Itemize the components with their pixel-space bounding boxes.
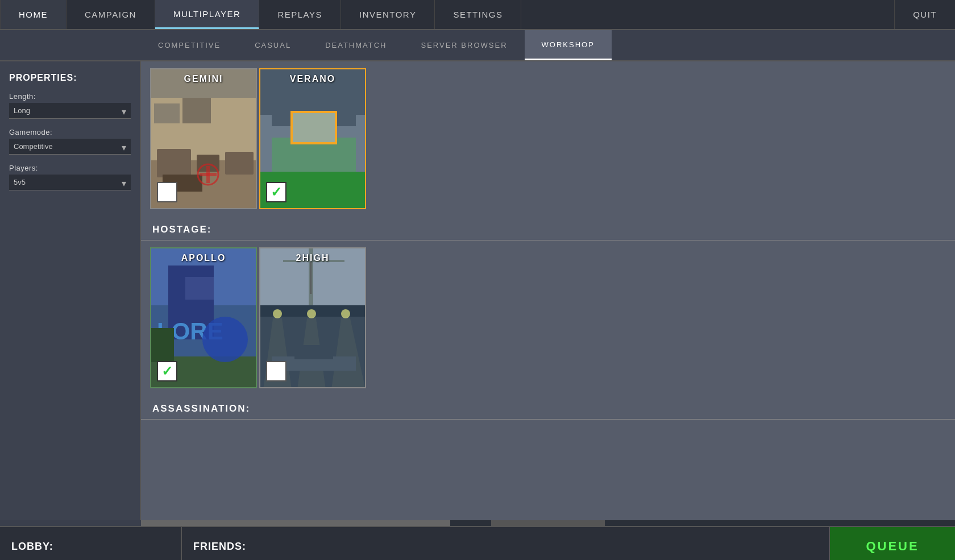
gamemode-select[interactable]: Competitive Casual Deathmatch	[9, 139, 131, 155]
subnav-casual[interactable]: CASUAL	[238, 30, 308, 60]
map-gemini-label: GEMINI	[151, 74, 256, 84]
svg-rect-4	[225, 152, 254, 175]
hostage-maps-grid: LORE APOLLO ✓	[141, 240, 955, 395]
assassination-section-header: ASSASSINATION:	[141, 395, 955, 420]
svg-rect-16	[292, 112, 336, 143]
map-apollo-label: APOLLO	[151, 253, 256, 263]
map-card-gemini[interactable]: GEMINI	[150, 68, 257, 209]
gamemode-select-wrapper: Competitive Casual Deathmatch	[9, 139, 131, 155]
map-card-apollo[interactable]: LORE APOLLO ✓	[150, 247, 257, 388]
map-apollo-checkbox[interactable]: ✓	[157, 361, 177, 381]
bottom-bar: LOBBY: FRIENDS: QUEUE	[0, 526, 955, 560]
players-select[interactable]: 5v5 3v3 2v2 1v1	[9, 175, 131, 190]
svg-point-36	[307, 309, 316, 318]
svg-rect-18	[260, 115, 272, 172]
nav-multiplayer[interactable]: MULTIPLAYER	[155, 0, 259, 29]
friends-section: FRIENDS:	[182, 527, 830, 560]
h-scrollbar-thumb[interactable]	[141, 520, 450, 526]
main-area: PROPERTIES: Length: Long Medium Short Ga…	[0, 61, 955, 520]
svg-rect-10	[154, 103, 180, 123]
svg-rect-42	[294, 345, 333, 359]
length-label: Length:	[9, 92, 131, 101]
nav-quit[interactable]: QUIT	[894, 0, 955, 29]
verano-checkmark: ✓	[271, 185, 282, 199]
apollo-checkmark: ✓	[161, 364, 173, 378]
scrollbar-spacer	[0, 520, 141, 526]
map-verano-checkbox[interactable]: ✓	[266, 182, 286, 202]
nav-home[interactable]: HOME	[0, 0, 67, 29]
svg-rect-23	[185, 277, 214, 300]
horizontal-scrollbar-area	[0, 520, 955, 526]
svg-point-26	[202, 317, 248, 362]
sub-navigation: COMPETITIVE CASUAL DEATHMATCH SERVER BRO…	[0, 30, 955, 61]
map-2high-checkbox[interactable]	[266, 361, 286, 381]
svg-rect-19	[356, 115, 366, 172]
nav-replays[interactable]: REPLAYS	[259, 0, 341, 29]
svg-point-35	[273, 309, 282, 318]
lobby-section: LOBBY:	[0, 527, 182, 560]
subnav-deathmatch[interactable]: DEATHMATCH	[308, 30, 404, 60]
top-navigation: HOME CAMPAIGN MULTIPLAYER REPLAYS INVENT…	[0, 0, 955, 30]
subnav-competitive[interactable]: COMPETITIVE	[141, 30, 238, 60]
nav-settings[interactable]: SETTINGS	[435, 0, 521, 29]
length-select[interactable]: Long Medium Short	[9, 103, 131, 119]
map-content-area: GEMINI	[141, 61, 955, 520]
svg-rect-27	[151, 328, 174, 362]
lobby-label: LOBBY:	[11, 541, 53, 553]
map-card-verano[interactable]: VERANO ✓	[259, 68, 366, 209]
hostage-section-header: HOSTAGE:	[141, 216, 955, 240]
length-select-wrapper: Long Medium Short	[9, 103, 131, 119]
svg-rect-2	[157, 149, 191, 177]
nav-campaign[interactable]: CAMPAIGN	[67, 0, 155, 29]
nav-inventory[interactable]: INVENTORY	[341, 0, 435, 29]
svg-rect-8	[206, 166, 210, 183]
gamemode-label: Gamemode:	[9, 128, 131, 136]
h-scrollbar-thumb2[interactable]	[491, 520, 605, 526]
svg-rect-11	[182, 98, 211, 123]
queue-label: QUEUE	[866, 539, 919, 554]
map-verano-label: VERANO	[260, 74, 365, 84]
players-select-wrapper: 5v5 3v3 2v2 1v1	[9, 175, 131, 190]
h-scrollbar-track	[141, 520, 955, 526]
sidebar-properties: PROPERTIES: Length: Long Medium Short Ga…	[0, 61, 141, 520]
top-maps-grid: GEMINI	[141, 61, 955, 216]
map-2high-label: 2HIGH	[260, 253, 365, 263]
subnav-server-browser[interactable]: SERVER BROWSER	[404, 30, 525, 60]
queue-button[interactable]: QUEUE	[830, 527, 955, 560]
players-label: Players:	[9, 164, 131, 172]
subnav-workshop[interactable]: WORKSHOP	[525, 30, 612, 60]
svg-point-37	[341, 309, 350, 318]
friends-label: FRIENDS:	[193, 541, 246, 553]
properties-title: PROPERTIES:	[9, 73, 131, 83]
map-card-2high[interactable]: 2HIGH	[259, 247, 366, 388]
map-gemini-checkbox[interactable]	[157, 182, 177, 202]
